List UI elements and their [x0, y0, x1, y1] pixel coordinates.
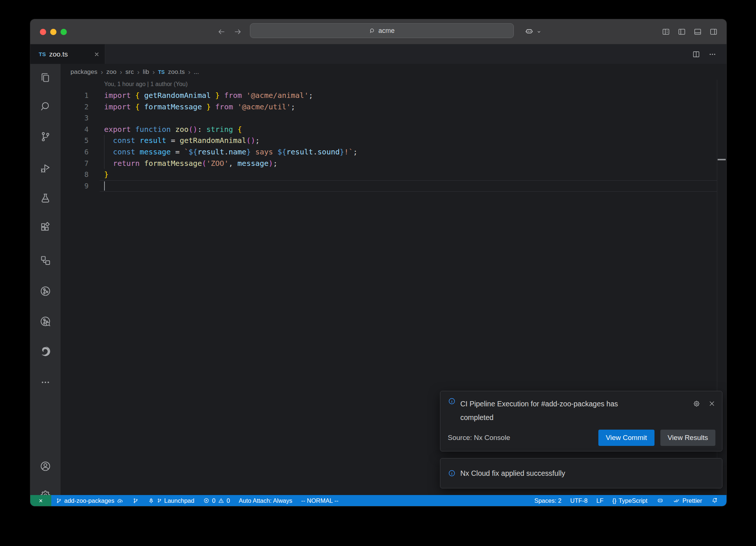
code-line-1[interactable]: 1import { getRandomAnimal } from '@acme/…: [61, 90, 726, 101]
launchpad-label: Launchpad: [164, 497, 195, 504]
notification-message: Nx Cloud fix applied successfully: [460, 467, 565, 480]
typescript-file-icon: TS: [39, 51, 46, 57]
breadcrumb-item-packages[interactable]: packages: [71, 68, 97, 76]
vim-mode-status[interactable]: -- NORMAL --: [297, 495, 343, 506]
git-branch-icon: [133, 498, 139, 504]
notification-close-icon[interactable]: [708, 400, 715, 424]
line-number[interactable]: 8: [61, 169, 89, 180]
status-bar: add-zoo-packages Launchpad 0 0 Auto Atta…: [30, 495, 726, 506]
encoding-status[interactable]: UTF-8: [566, 495, 592, 506]
language-status[interactable]: {} TypeScript: [608, 495, 652, 506]
activity-bar-item-testing[interactable]: [30, 192, 61, 204]
text-cursor: [104, 181, 105, 191]
activity-bar-item-accounts[interactable]: [30, 460, 61, 472]
launchpad-status[interactable]: Launchpad: [143, 495, 199, 506]
extensions-icon: [39, 221, 52, 233]
command-center-search[interactable]: acme: [250, 23, 514, 38]
activity-bar-item-source-control[interactable]: [30, 130, 61, 143]
code-text: const result = getRandomAnimal();: [104, 135, 260, 146]
activity-bar-item-more-views[interactable]: [30, 376, 61, 389]
code-line-2[interactable]: 2import { formatMessage } from '@acme/ut…: [61, 101, 726, 113]
view-results-button[interactable]: View Results: [660, 430, 715, 446]
cloud-upload-icon: [117, 497, 124, 504]
notification-gear-icon[interactable]: [693, 400, 700, 424]
view-commit-button[interactable]: View Commit: [598, 430, 654, 446]
toggle-primary-sidebar-icon[interactable]: [677, 27, 687, 37]
close-window-button[interactable]: [40, 29, 46, 35]
line-number[interactable]: 7: [61, 158, 89, 169]
search-value: acme: [378, 27, 395, 35]
auto-attach-status[interactable]: Auto Attach: Always: [234, 495, 297, 506]
notifications-bell[interactable]: [707, 495, 723, 506]
breadcrumb-separator: ›: [188, 68, 190, 76]
explorer-icon: [39, 71, 52, 84]
notification-nx-cloud-fix: Nx Cloud fix applied successfully: [440, 458, 722, 488]
code-line-7[interactable]: 7 return formatMessage('ZOO', message);: [61, 158, 726, 169]
breadcrumb-separator: ›: [120, 68, 122, 76]
problems-status[interactable]: 0 0: [199, 495, 234, 506]
breadcrumb-item-symbols[interactable]: ...: [194, 68, 199, 76]
branch-name: add-zoo-packages: [64, 497, 114, 504]
activity-bar-item-nx-cloud[interactable]: [30, 315, 61, 328]
error-count: 0: [212, 497, 215, 504]
copilot-menu[interactable]: [524, 27, 542, 37]
activity-bar-item-run-and-debug[interactable]: [30, 162, 61, 174]
breadcrumb-item-file[interactable]: zoo.ts: [168, 68, 185, 76]
tab-bar: TS zoo.ts: [30, 44, 726, 64]
traffic-lights: [40, 29, 67, 35]
vscode-window: acme TS zoo.ts packages›zoo›src›lib›TSzo…: [30, 19, 726, 506]
notification-source: Source: Nx Console: [448, 434, 510, 442]
line-number[interactable]: 5: [61, 135, 89, 146]
line-number[interactable]: 4: [61, 124, 89, 135]
line-number[interactable]: 1: [61, 90, 89, 101]
activity-bar-item-extensions[interactable]: [30, 221, 61, 233]
typescript-file-icon: TS: [158, 69, 165, 75]
activity-bar-item-nx-console[interactable]: [30, 285, 61, 297]
activity-bar-item-explorer[interactable]: [30, 71, 61, 84]
breadcrumb: packages›zoo›src›lib›TSzoo.ts›...: [61, 64, 726, 80]
source-control-status[interactable]: [128, 495, 143, 506]
source-control-icon: [39, 130, 52, 143]
close-tab-icon[interactable]: [94, 51, 100, 57]
line-number[interactable]: 9: [61, 180, 89, 192]
more-actions-icon[interactable]: [708, 50, 717, 59]
activity-bar-item-remote-explorer[interactable]: [30, 254, 61, 267]
code-line-8[interactable]: 8}: [61, 169, 726, 180]
zoom-window-button[interactable]: [61, 29, 67, 35]
customize-layout-icon[interactable]: [661, 27, 671, 37]
code-line-3[interactable]: 3: [61, 112, 726, 124]
breadcrumb-item-zoo[interactable]: zoo: [106, 68, 116, 76]
line-number[interactable]: 6: [61, 146, 89, 158]
git-branch-icon: [56, 498, 62, 504]
activity-bar-item-edge-tools[interactable]: [30, 345, 61, 358]
back-icon[interactable]: [217, 27, 226, 37]
info-icon: [448, 469, 456, 477]
layout-controls: [661, 27, 718, 37]
bell-dot-icon: [711, 497, 718, 504]
copilot-status[interactable]: [652, 495, 669, 506]
code-line-5[interactable]: 5 const result = getRandomAnimal();: [61, 135, 726, 146]
branch-status[interactable]: add-zoo-packages: [51, 495, 128, 506]
tab-zoo-ts[interactable]: TS zoo.ts: [30, 44, 105, 64]
toggle-panel-icon[interactable]: [693, 27, 702, 37]
breadcrumb-item-lib[interactable]: lib: [143, 68, 149, 76]
split-editor-icon[interactable]: [692, 50, 701, 59]
code-line-6[interactable]: 6 const message = `${result.name} says $…: [61, 146, 726, 158]
remote-indicator[interactable]: [30, 495, 51, 506]
more-views-icon: [39, 376, 52, 389]
formatter-status[interactable]: Prettier: [669, 495, 707, 506]
forward-icon[interactable]: [233, 27, 243, 37]
code-line-4[interactable]: 4export function zoo(): string {: [61, 124, 726, 135]
code-text: import { formatMessage } from '@acme/uti…: [104, 101, 295, 113]
toggle-secondary-sidebar-icon[interactable]: [709, 27, 718, 37]
code-line-9[interactable]: 9: [61, 180, 726, 192]
minimize-window-button[interactable]: [50, 29, 56, 35]
activity-bar-item-search[interactable]: [30, 100, 61, 113]
breadcrumb-separator: ›: [101, 68, 103, 76]
line-number[interactable]: 3: [61, 112, 89, 124]
line-number[interactable]: 2: [61, 101, 89, 113]
breadcrumb-item-src[interactable]: src: [126, 68, 134, 76]
run-and-debug-icon: [39, 162, 52, 174]
eol-status[interactable]: LF: [592, 495, 608, 506]
indentation-status[interactable]: Spaces: 2: [530, 495, 566, 506]
